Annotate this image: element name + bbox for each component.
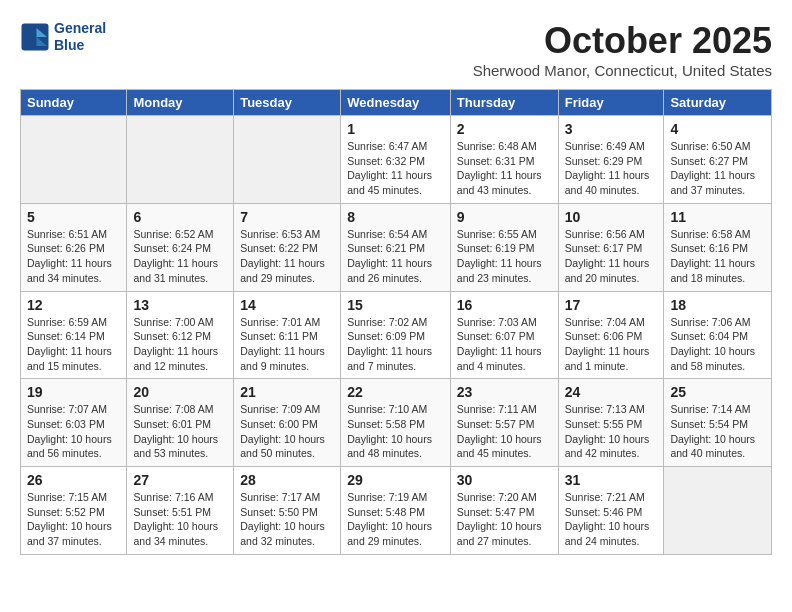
day-info: Sunrise: 7:07 AM Sunset: 6:03 PM Dayligh… (27, 402, 120, 461)
column-header-monday: Monday (127, 90, 234, 116)
calendar-cell: 12Sunrise: 6:59 AM Sunset: 6:14 PM Dayli… (21, 291, 127, 379)
location-title: Sherwood Manor, Connecticut, United Stat… (473, 62, 772, 79)
day-number: 31 (565, 472, 658, 488)
day-info: Sunrise: 7:17 AM Sunset: 5:50 PM Dayligh… (240, 490, 334, 549)
calendar-week-1: 1Sunrise: 6:47 AM Sunset: 6:32 PM Daylig… (21, 116, 772, 204)
title-block: October 2025 Sherwood Manor, Connecticut… (473, 20, 772, 79)
calendar-cell: 9Sunrise: 6:55 AM Sunset: 6:19 PM Daylig… (450, 203, 558, 291)
calendar-cell: 8Sunrise: 6:54 AM Sunset: 6:21 PM Daylig… (341, 203, 451, 291)
day-number: 21 (240, 384, 334, 400)
day-number: 22 (347, 384, 444, 400)
day-number: 7 (240, 209, 334, 225)
column-header-saturday: Saturday (664, 90, 772, 116)
day-info: Sunrise: 7:16 AM Sunset: 5:51 PM Dayligh… (133, 490, 227, 549)
calendar-cell (21, 116, 127, 204)
day-number: 13 (133, 297, 227, 313)
day-number: 15 (347, 297, 444, 313)
day-number: 19 (27, 384, 120, 400)
day-info: Sunrise: 6:51 AM Sunset: 6:26 PM Dayligh… (27, 227, 120, 286)
day-info: Sunrise: 6:58 AM Sunset: 6:16 PM Dayligh… (670, 227, 765, 286)
calendar-cell (664, 467, 772, 555)
calendar-cell: 19Sunrise: 7:07 AM Sunset: 6:03 PM Dayli… (21, 379, 127, 467)
day-number: 6 (133, 209, 227, 225)
day-info: Sunrise: 7:15 AM Sunset: 5:52 PM Dayligh… (27, 490, 120, 549)
day-number: 16 (457, 297, 552, 313)
calendar-cell: 3Sunrise: 6:49 AM Sunset: 6:29 PM Daylig… (558, 116, 664, 204)
day-number: 25 (670, 384, 765, 400)
calendar-cell: 28Sunrise: 7:17 AM Sunset: 5:50 PM Dayli… (234, 467, 341, 555)
calendar-cell: 15Sunrise: 7:02 AM Sunset: 6:09 PM Dayli… (341, 291, 451, 379)
calendar-cell (127, 116, 234, 204)
day-number: 1 (347, 121, 444, 137)
calendar-week-4: 19Sunrise: 7:07 AM Sunset: 6:03 PM Dayli… (21, 379, 772, 467)
logo-line2: Blue (54, 37, 106, 54)
day-info: Sunrise: 6:53 AM Sunset: 6:22 PM Dayligh… (240, 227, 334, 286)
day-info: Sunrise: 6:59 AM Sunset: 6:14 PM Dayligh… (27, 315, 120, 374)
day-info: Sunrise: 6:47 AM Sunset: 6:32 PM Dayligh… (347, 139, 444, 198)
calendar-cell: 27Sunrise: 7:16 AM Sunset: 5:51 PM Dayli… (127, 467, 234, 555)
day-info: Sunrise: 7:13 AM Sunset: 5:55 PM Dayligh… (565, 402, 658, 461)
calendar: SundayMondayTuesdayWednesdayThursdayFrid… (20, 89, 772, 555)
day-info: Sunrise: 6:50 AM Sunset: 6:27 PM Dayligh… (670, 139, 765, 198)
calendar-cell: 1Sunrise: 6:47 AM Sunset: 6:32 PM Daylig… (341, 116, 451, 204)
day-info: Sunrise: 7:00 AM Sunset: 6:12 PM Dayligh… (133, 315, 227, 374)
column-header-wednesday: Wednesday (341, 90, 451, 116)
day-number: 11 (670, 209, 765, 225)
day-info: Sunrise: 7:03 AM Sunset: 6:07 PM Dayligh… (457, 315, 552, 374)
calendar-week-2: 5Sunrise: 6:51 AM Sunset: 6:26 PM Daylig… (21, 203, 772, 291)
calendar-cell: 18Sunrise: 7:06 AM Sunset: 6:04 PM Dayli… (664, 291, 772, 379)
calendar-cell: 16Sunrise: 7:03 AM Sunset: 6:07 PM Dayli… (450, 291, 558, 379)
day-number: 9 (457, 209, 552, 225)
calendar-cell (234, 116, 341, 204)
calendar-cell: 24Sunrise: 7:13 AM Sunset: 5:55 PM Dayli… (558, 379, 664, 467)
day-number: 28 (240, 472, 334, 488)
calendar-cell: 11Sunrise: 6:58 AM Sunset: 6:16 PM Dayli… (664, 203, 772, 291)
calendar-cell: 25Sunrise: 7:14 AM Sunset: 5:54 PM Dayli… (664, 379, 772, 467)
calendar-cell: 2Sunrise: 6:48 AM Sunset: 6:31 PM Daylig… (450, 116, 558, 204)
day-info: Sunrise: 6:56 AM Sunset: 6:17 PM Dayligh… (565, 227, 658, 286)
day-number: 26 (27, 472, 120, 488)
calendar-cell: 29Sunrise: 7:19 AM Sunset: 5:48 PM Dayli… (341, 467, 451, 555)
calendar-cell: 13Sunrise: 7:00 AM Sunset: 6:12 PM Dayli… (127, 291, 234, 379)
day-info: Sunrise: 7:09 AM Sunset: 6:00 PM Dayligh… (240, 402, 334, 461)
calendar-cell: 30Sunrise: 7:20 AM Sunset: 5:47 PM Dayli… (450, 467, 558, 555)
day-info: Sunrise: 6:54 AM Sunset: 6:21 PM Dayligh… (347, 227, 444, 286)
day-info: Sunrise: 7:02 AM Sunset: 6:09 PM Dayligh… (347, 315, 444, 374)
logo-text: General Blue (54, 20, 106, 54)
day-number: 24 (565, 384, 658, 400)
day-info: Sunrise: 7:08 AM Sunset: 6:01 PM Dayligh… (133, 402, 227, 461)
calendar-cell: 5Sunrise: 6:51 AM Sunset: 6:26 PM Daylig… (21, 203, 127, 291)
month-title: October 2025 (473, 20, 772, 62)
column-header-thursday: Thursday (450, 90, 558, 116)
page-header: General Blue October 2025 Sherwood Manor… (20, 20, 772, 79)
calendar-cell: 20Sunrise: 7:08 AM Sunset: 6:01 PM Dayli… (127, 379, 234, 467)
day-number: 17 (565, 297, 658, 313)
day-info: Sunrise: 7:20 AM Sunset: 5:47 PM Dayligh… (457, 490, 552, 549)
day-info: Sunrise: 7:21 AM Sunset: 5:46 PM Dayligh… (565, 490, 658, 549)
calendar-cell: 17Sunrise: 7:04 AM Sunset: 6:06 PM Dayli… (558, 291, 664, 379)
logo-line1: General (54, 20, 106, 37)
calendar-cell: 22Sunrise: 7:10 AM Sunset: 5:58 PM Dayli… (341, 379, 451, 467)
calendar-cell: 14Sunrise: 7:01 AM Sunset: 6:11 PM Dayli… (234, 291, 341, 379)
day-number: 8 (347, 209, 444, 225)
day-info: Sunrise: 7:14 AM Sunset: 5:54 PM Dayligh… (670, 402, 765, 461)
day-info: Sunrise: 7:10 AM Sunset: 5:58 PM Dayligh… (347, 402, 444, 461)
day-info: Sunrise: 7:19 AM Sunset: 5:48 PM Dayligh… (347, 490, 444, 549)
day-info: Sunrise: 6:49 AM Sunset: 6:29 PM Dayligh… (565, 139, 658, 198)
day-info: Sunrise: 7:01 AM Sunset: 6:11 PM Dayligh… (240, 315, 334, 374)
calendar-cell: 10Sunrise: 6:56 AM Sunset: 6:17 PM Dayli… (558, 203, 664, 291)
column-header-tuesday: Tuesday (234, 90, 341, 116)
calendar-cell: 23Sunrise: 7:11 AM Sunset: 5:57 PM Dayli… (450, 379, 558, 467)
day-info: Sunrise: 7:11 AM Sunset: 5:57 PM Dayligh… (457, 402, 552, 461)
day-number: 29 (347, 472, 444, 488)
day-info: Sunrise: 6:48 AM Sunset: 6:31 PM Dayligh… (457, 139, 552, 198)
day-number: 3 (565, 121, 658, 137)
day-info: Sunrise: 7:06 AM Sunset: 6:04 PM Dayligh… (670, 315, 765, 374)
day-info: Sunrise: 7:04 AM Sunset: 6:06 PM Dayligh… (565, 315, 658, 374)
calendar-cell: 21Sunrise: 7:09 AM Sunset: 6:00 PM Dayli… (234, 379, 341, 467)
calendar-cell: 4Sunrise: 6:50 AM Sunset: 6:27 PM Daylig… (664, 116, 772, 204)
day-number: 20 (133, 384, 227, 400)
day-number: 27 (133, 472, 227, 488)
calendar-cell: 7Sunrise: 6:53 AM Sunset: 6:22 PM Daylig… (234, 203, 341, 291)
column-header-sunday: Sunday (21, 90, 127, 116)
